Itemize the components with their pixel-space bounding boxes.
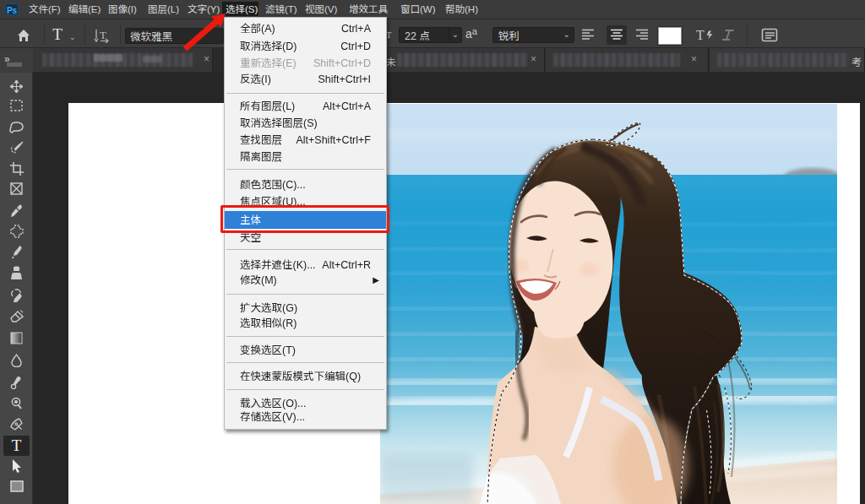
svg-text:T: T — [100, 29, 106, 41]
svg-text:T: T — [696, 28, 705, 42]
